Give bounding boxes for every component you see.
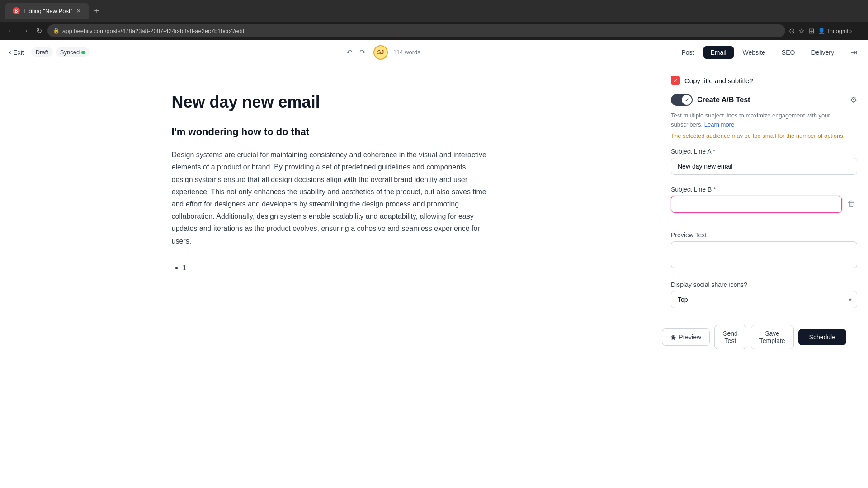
tab-delivery[interactable]: Delivery	[804, 46, 841, 59]
top-bar: ‹ Exit Draft Synced ↶ ↷ SJ 114 words Pos…	[0, 40, 868, 65]
post-list[interactable]: 1	[183, 262, 488, 274]
nav-actions: ⊙ ☆ ⊞ 👤 Incognito ⋮	[789, 27, 863, 35]
synced-label: Synced	[60, 49, 80, 56]
main-area: New day new email I'm wondering how to d…	[0, 65, 868, 488]
action-bar: ◉ Preview Send Test Save Template Schedu…	[671, 319, 857, 355]
tab-title: Editing "New Post"	[24, 8, 72, 14]
audience-warning: The selected audience may be too small f…	[671, 131, 857, 141]
collapse-panel-button[interactable]: ⇥	[849, 46, 859, 59]
subject-b-label: Subject Line B *	[671, 186, 857, 193]
browser-chrome: B Editing "New Post" ✕ +	[0, 0, 868, 22]
bookmark-icon[interactable]: ☆	[798, 27, 805, 35]
gear-icon[interactable]: ⚙	[850, 95, 857, 105]
schedule-button[interactable]: Schedule	[798, 329, 846, 345]
preview-text-section: Preview Text	[671, 231, 857, 270]
list-item[interactable]: 1	[183, 262, 488, 274]
browser-tab[interactable]: B Editing "New Post" ✕	[5, 3, 89, 19]
copy-title-row: ✓ Copy title and subtitle?	[671, 76, 857, 85]
new-tab-button[interactable]: +	[94, 6, 99, 16]
social-share-section: Display social share icons? None Top Bot…	[671, 281, 857, 308]
social-share-select[interactable]: None Top Bottom Both	[671, 291, 857, 308]
post-body[interactable]: Design systems are crucial for maintaini…	[172, 149, 488, 247]
ab-test-toggle[interactable]: ✓	[671, 94, 693, 106]
app-container: ‹ Exit Draft Synced ↶ ↷ SJ 114 words Pos…	[0, 40, 868, 488]
tab-seo[interactable]: SEO	[774, 46, 802, 59]
social-share-select-wrapper: None Top Bottom Both ▾	[671, 291, 857, 308]
tab-post[interactable]: Post	[674, 46, 701, 59]
exit-button[interactable]: ‹ Exit	[9, 48, 24, 56]
toggle-check-icon: ✓	[685, 97, 689, 103]
subject-b-input[interactable]	[671, 196, 842, 213]
post-title[interactable]: New day new email	[172, 92, 488, 112]
forward-button[interactable]: →	[20, 25, 31, 37]
save-template-button[interactable]: Save Template	[751, 325, 794, 349]
status-badge: Draft Synced	[31, 47, 90, 57]
incognito-button[interactable]: 👤 Incognito	[818, 28, 852, 34]
subject-a-label: Subject Line A *	[671, 148, 857, 155]
top-nav: Post Email Website SEO Delivery	[674, 46, 841, 59]
lock-icon: 🔒	[53, 28, 60, 34]
toggle-thumb: ✓	[682, 95, 692, 105]
editor-scroll: New day new email I'm wondering how to d…	[172, 92, 488, 274]
ab-test-desc: Test multiple subject lines to maximize …	[671, 111, 857, 129]
send-test-button[interactable]: Send Test	[714, 325, 746, 349]
refresh-button[interactable]: ↻	[34, 25, 44, 37]
incognito-label: Incognito	[828, 28, 852, 34]
exit-label: Exit	[13, 49, 24, 56]
right-panel: ✓ Copy title and subtitle? ✓ Create A/B …	[660, 65, 868, 488]
back-button[interactable]: ←	[5, 25, 16, 37]
url-text: app.beehiiv.com/posts/478a23a8-2087-424c…	[62, 28, 244, 34]
social-share-label: Display social share icons?	[671, 281, 857, 288]
synced-pill: Synced	[56, 47, 90, 57]
subject-b-section: Subject Line B * 🗑	[671, 186, 857, 213]
preview-label: Preview	[679, 333, 701, 341]
user-avatar[interactable]: SJ	[373, 45, 388, 60]
preview-button[interactable]: ◉ Preview	[662, 328, 710, 346]
url-bar[interactable]: 🔒 app.beehiiv.com/posts/478a23a8-2087-42…	[47, 24, 785, 37]
tab-favicon: B	[13, 7, 20, 14]
tab-website[interactable]: Website	[736, 46, 773, 59]
top-bar-center: ↶ ↷ SJ 114 words	[97, 45, 667, 60]
extensions-icon[interactable]: ⊞	[808, 27, 814, 35]
menu-icon[interactable]: ⋮	[855, 27, 863, 35]
incognito-icon: 👤	[818, 28, 825, 34]
close-tab-button[interactable]: ✕	[76, 7, 81, 14]
redo-button[interactable]: ↷	[357, 46, 368, 58]
learn-more-link[interactable]: Learn more	[704, 121, 734, 128]
ab-test-label: Create A/B Test	[697, 96, 845, 104]
reader-mode-icon[interactable]: ⊙	[789, 27, 795, 35]
preview-text-input[interactable]	[671, 241, 857, 268]
word-count: 114 words	[393, 49, 420, 56]
subject-a-section: Subject Line A *	[671, 148, 857, 175]
delete-subject-b-button[interactable]: 🗑	[845, 197, 857, 211]
draft-pill[interactable]: Draft	[31, 47, 53, 57]
editor-area[interactable]: New day new email I'm wondering how to d…	[0, 65, 660, 488]
subject-a-input[interactable]	[671, 158, 857, 175]
copy-title-checkbox[interactable]: ✓	[671, 76, 680, 85]
subject-b-input-row: 🗑	[671, 196, 857, 213]
divider	[671, 224, 857, 224]
browser-nav: ← → ↻ 🔒 app.beehiiv.com/posts/478a23a8-2…	[0, 22, 868, 40]
synced-dot	[81, 51, 85, 54]
copy-title-label: Copy title and subtitle?	[684, 77, 753, 84]
post-subtitle[interactable]: I'm wondering how to do that	[172, 126, 488, 138]
undo-button[interactable]: ↶	[344, 46, 355, 58]
preview-icon: ◉	[670, 333, 676, 341]
preview-text-label: Preview Text	[671, 231, 857, 239]
exit-arrow-icon: ‹	[9, 48, 11, 56]
undo-redo-group: ↶ ↷	[344, 46, 368, 58]
tab-email[interactable]: Email	[703, 46, 734, 59]
ab-test-toggle-row: ✓ Create A/B Test ⚙	[671, 94, 857, 106]
